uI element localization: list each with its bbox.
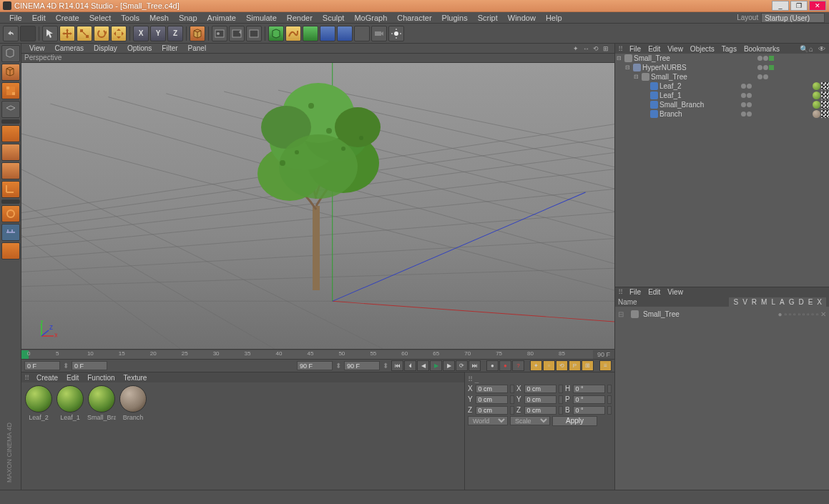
menu-edit[interactable]: Edit	[27, 14, 51, 22]
light-button[interactable]	[388, 26, 404, 41]
key-pos-button[interactable]: ✦	[530, 360, 542, 371]
menu-create[interactable]: Create	[51, 14, 84, 22]
coord-P-rot[interactable]	[573, 395, 605, 404]
om-menu-edit[interactable]: Edit	[644, 45, 664, 53]
coord-apply-button[interactable]: Apply	[552, 416, 597, 426]
visibility-render-icon[interactable]	[763, 74, 768, 79]
tree-row-Small_Branch[interactable]: Small_Branch	[615, 100, 829, 109]
menu-simulate[interactable]: Simulate	[241, 14, 282, 22]
next-frame-button[interactable]: ▶	[443, 360, 455, 371]
tree-row-Small_Tree[interactable]: ⊟Small_Tree	[615, 54, 829, 63]
vp-nav-icon-4[interactable]: ⊞	[603, 45, 612, 52]
om-menu-tags[interactable]: Tags	[718, 45, 740, 53]
enable-icon[interactable]	[769, 65, 774, 70]
axis-x-button[interactable]: X	[133, 26, 149, 41]
play-button[interactable]: ▶	[430, 360, 442, 371]
polygon-mode-button[interactable]	[1, 162, 20, 179]
mat-menu-texture[interactable]: Texture	[119, 374, 152, 382]
menu-tools[interactable]: Tools	[116, 14, 144, 22]
material-tag-icon[interactable]	[813, 82, 820, 90]
uvw-tag-icon[interactable]	[821, 92, 829, 99]
viewport[interactable]: y x z	[21, 63, 614, 349]
visibility-render-icon[interactable]	[747, 112, 752, 117]
tweak-button[interactable]	[1, 205, 20, 222]
menu-file[interactable]: File	[4, 14, 27, 22]
uvw-tag-icon[interactable]	[821, 82, 829, 90]
scale-tool[interactable]	[77, 26, 92, 41]
tree-row-Branch[interactable]: Branch	[615, 109, 829, 119]
material-tag-icon[interactable]	[813, 92, 820, 99]
visibility-render-icon[interactable]	[747, 84, 752, 89]
menu-snap[interactable]: Snap	[174, 14, 202, 22]
spline-button[interactable]	[285, 26, 301, 41]
tree-row-Leaf_1[interactable]: Leaf_1	[615, 91, 829, 100]
expand-icon[interactable]: ⊟	[617, 55, 623, 61]
key-sel-button[interactable]: ≡	[599, 360, 612, 371]
tree-row-Small_Tree[interactable]: ⊟Small_Tree	[615, 72, 829, 81]
frame-start-field[interactable]	[24, 361, 60, 370]
visibility-editor-icon[interactable]	[757, 56, 762, 61]
expand-icon[interactable]: ⊟	[634, 74, 640, 80]
menu-script[interactable]: Script	[473, 14, 503, 22]
attr-tab-E[interactable]: E	[808, 298, 813, 306]
visibility-render-icon[interactable]	[763, 65, 768, 70]
primitive-button[interactable]	[268, 26, 284, 41]
nurbs-button[interactable]	[303, 26, 318, 41]
step-fwd-button[interactable]: ⟳	[456, 360, 468, 371]
vp-nav-icon-2[interactable]: ↔	[583, 45, 592, 52]
workplane-button[interactable]	[1, 101, 20, 118]
deformer-button[interactable]	[337, 26, 353, 41]
autokey-button[interactable]: ●	[499, 360, 511, 371]
step-back-button[interactable]: ⏴	[404, 360, 416, 371]
coord-system-button[interactable]	[190, 26, 205, 41]
key-pla-button[interactable]: ⊞	[582, 360, 594, 371]
coord-mode-select[interactable]: Scale	[510, 416, 550, 425]
maximize-button[interactable]: ❐	[790, 1, 808, 11]
vp-menu-cameras[interactable]: Cameras	[50, 44, 89, 52]
attr-tab-V[interactable]: V	[742, 298, 747, 306]
menu-animate[interactable]: Animate	[202, 14, 241, 22]
timeline[interactable]: 0 5 10 15 20 25 30 35 40 45 50 55 60 65 …	[21, 349, 614, 359]
attr-tab-S[interactable]: S	[733, 298, 738, 306]
undo-button[interactable]	[3, 26, 19, 41]
material-Leaf_2[interactable]: Leaf_2	[24, 385, 53, 421]
render-picture-button[interactable]	[229, 26, 245, 41]
menu-mograph[interactable]: MoGraph	[349, 14, 392, 22]
minimize-button[interactable]: _	[772, 1, 789, 11]
frame-end-field[interactable]	[344, 361, 380, 370]
vp-menu-panel[interactable]: Panel	[183, 44, 212, 52]
visibility-editor-icon[interactable]	[741, 93, 746, 98]
uvw-tag-icon[interactable]	[821, 101, 829, 109]
snap-button[interactable]	[1, 224, 20, 241]
attr-tab-L[interactable]: L	[771, 298, 775, 306]
am-menu-file[interactable]: File	[626, 288, 644, 296]
menu-render[interactable]: Render	[282, 14, 318, 22]
vp-nav-icon-1[interactable]: ✦	[573, 45, 582, 52]
expand-icon[interactable]: ⊟	[625, 64, 632, 71]
redo-button[interactable]	[20, 26, 36, 41]
menu-character[interactable]: Character	[392, 14, 436, 22]
point-mode-button[interactable]	[1, 125, 20, 142]
menu-sculpt[interactable]: Sculpt	[318, 14, 350, 22]
coord-X-size[interactable]	[524, 385, 556, 393]
object-tree[interactable]: ⊟Small_Tree⊟HyperNURBS⊟Small_TreeLeaf_2L…	[615, 54, 829, 287]
material-Branch[interactable]: Branch	[119, 385, 147, 421]
model-mode-button[interactable]	[1, 64, 20, 81]
vp-menu-options[interactable]: Options	[122, 44, 157, 52]
menu-mesh[interactable]: Mesh	[144, 14, 174, 22]
frame-field-2[interactable]	[72, 361, 107, 370]
prev-frame-button[interactable]: ◀	[417, 360, 429, 371]
am-menu-view[interactable]: View	[664, 288, 687, 296]
om-menu-file[interactable]: File	[626, 45, 644, 53]
coord-Y-pos[interactable]	[476, 395, 508, 404]
environment-button[interactable]	[354, 26, 370, 41]
coord-B-rot[interactable]	[573, 406, 605, 415]
om-menu-bookmarks[interactable]: Bookmarks	[740, 45, 783, 53]
visibility-render-icon[interactable]	[763, 56, 768, 61]
om-search-icon[interactable]: 🔍	[800, 45, 808, 53]
rotate-tool[interactable]	[94, 26, 109, 41]
render-view-button[interactable]	[212, 26, 227, 41]
vp-menu-filter[interactable]: Filter	[157, 44, 182, 52]
make-editable-button[interactable]	[1, 45, 20, 62]
mat-menu-edit[interactable]: Edit	[62, 374, 83, 382]
